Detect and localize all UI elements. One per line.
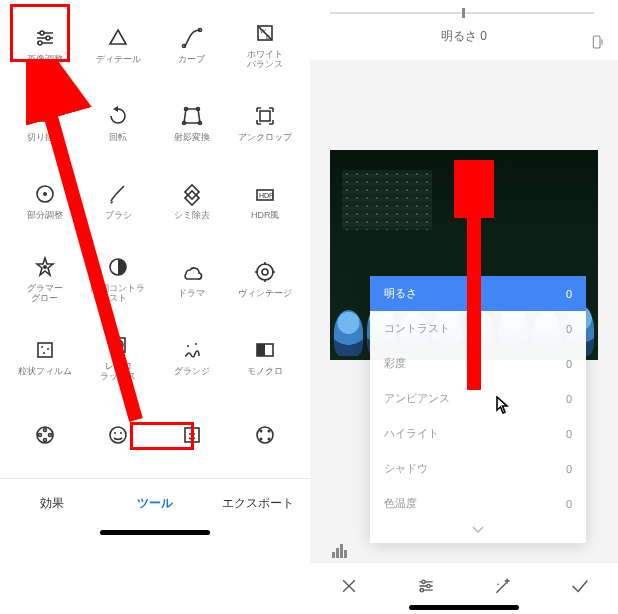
param-brightness[interactable]: 明るさ0 xyxy=(370,276,586,311)
param-value: 0 xyxy=(566,288,572,300)
svg-point-45 xyxy=(268,430,271,433)
tool-label: 回転 xyxy=(109,133,127,143)
rotate-icon xyxy=(105,103,131,129)
tool-crop[interactable]: 切り抜き xyxy=(8,84,82,162)
svg-point-43 xyxy=(193,433,195,435)
param-saturation[interactable]: 彩度0 xyxy=(370,346,586,381)
svg-rect-23 xyxy=(38,343,52,357)
glamour-glow-icon xyxy=(32,254,58,280)
svg-point-25 xyxy=(47,348,49,350)
tool-film-reel[interactable] xyxy=(8,396,82,474)
tool-label: グラマー グロー xyxy=(27,284,63,304)
tool-expand[interactable]: アンクロップ xyxy=(229,84,303,162)
tool-brush[interactable]: ブラシ xyxy=(82,162,156,240)
svg-point-36 xyxy=(38,434,41,437)
tool-retrolux[interactable]: レトロ ラックス xyxy=(82,318,156,396)
param-label: シャドウ xyxy=(384,461,428,476)
param-warmth[interactable]: 色温度0 xyxy=(370,486,586,521)
tool-label: ヴィンテージ xyxy=(238,289,292,299)
svg-point-26 xyxy=(43,352,45,354)
grainy-film-icon xyxy=(32,337,58,363)
tool-label: モノクロ xyxy=(247,367,283,377)
svg-point-54 xyxy=(497,584,499,586)
tool-label: カーブ xyxy=(178,55,205,65)
white-balance-icon: WB xyxy=(252,20,278,46)
tool-tonal-contrast[interactable]: 階調コントラ スト xyxy=(82,240,156,318)
svg-rect-12 xyxy=(260,111,270,121)
orientation-icon[interactable] xyxy=(590,34,606,53)
selective-icon xyxy=(32,181,58,207)
perspective-icon xyxy=(179,103,205,129)
tool-label: 切り抜き xyxy=(27,133,63,143)
tool-glamour-glow[interactable]: グラマー グロー xyxy=(8,240,82,318)
tab-export[interactable]: エクスポート xyxy=(207,489,310,518)
tool-face-box[interactable] xyxy=(155,396,229,474)
tool-grid: 画像調整ディテールカーブWBホワイト バランス切り抜き回転射影変換アンクロップ部… xyxy=(0,0,310,474)
tool-dots[interactable] xyxy=(229,396,303,474)
tool-face[interactable] xyxy=(82,396,156,474)
tool-white-balance[interactable]: WBホワイト バランス xyxy=(229,6,303,84)
tool-label: 階調コントラ スト xyxy=(91,284,145,304)
value-slider[interactable] xyxy=(330,12,594,14)
param-label: コントラスト xyxy=(384,321,450,336)
svg-text:B: B xyxy=(266,34,270,40)
tool-grunge[interactable]: グランジ xyxy=(155,318,229,396)
svg-point-0 xyxy=(40,31,44,35)
svg-text:HDR: HDR xyxy=(259,192,274,199)
tool-label: 部分調整 xyxy=(27,211,63,221)
tool-label: グランジ xyxy=(174,367,210,377)
tool-bw[interactable]: モノクロ xyxy=(229,318,303,396)
tool-label: 粒状フィルム xyxy=(18,367,72,377)
svg-point-33 xyxy=(37,427,53,443)
svg-point-42 xyxy=(189,433,191,435)
svg-point-48 xyxy=(257,427,273,443)
face-icon xyxy=(105,422,131,448)
tool-hdr[interactable]: HDRHDR風 xyxy=(229,162,303,240)
tool-perspective[interactable]: 射影変換 xyxy=(155,84,229,162)
apply-button[interactable] xyxy=(560,575,600,602)
panel-expand-icon[interactable] xyxy=(370,521,586,543)
svg-point-53 xyxy=(420,589,423,592)
tab-tools[interactable]: ツール xyxy=(103,489,206,518)
param-label: 明るさ xyxy=(384,286,417,301)
healing-icon xyxy=(179,181,205,207)
tool-selective[interactable]: 部分調整 xyxy=(8,162,82,240)
editor-top-bar: 明るさ 0 xyxy=(310,0,618,60)
adjust-button[interactable] xyxy=(406,576,446,601)
param-label: アンビアンス xyxy=(384,391,450,406)
param-highlights[interactable]: ハイライト0 xyxy=(370,416,586,451)
tool-rotate[interactable]: 回転 xyxy=(82,84,156,162)
tool-grainy-film[interactable]: 粒状フィルム xyxy=(8,318,82,396)
param-ambiance[interactable]: アンビアンス0 xyxy=(370,381,586,416)
dots-icon xyxy=(252,422,278,448)
svg-point-46 xyxy=(260,438,263,441)
readout-label: 明るさ xyxy=(441,29,477,43)
film-reel-icon xyxy=(32,422,58,448)
tool-label: アンクロップ xyxy=(238,133,292,143)
auto-button[interactable] xyxy=(483,576,523,601)
tool-label: ドラマ xyxy=(178,289,205,299)
tool-tune-image[interactable]: 画像調整 xyxy=(8,6,82,84)
readout-value: 0 xyxy=(480,29,487,43)
tool-drama[interactable]: ドラマ xyxy=(155,240,229,318)
svg-rect-50 xyxy=(593,36,600,48)
face-box-icon xyxy=(179,422,205,448)
tab-styles[interactable]: 効果 xyxy=(0,489,103,518)
svg-point-52 xyxy=(426,584,429,587)
cancel-button[interactable] xyxy=(329,576,369,601)
svg-point-37 xyxy=(48,434,51,437)
param-shadows[interactable]: シャドウ0 xyxy=(370,451,586,486)
phone-screen-tools: 画像調整ディテールカーブWBホワイト バランス切り抜き回転射影変換アンクロップ部… xyxy=(0,0,310,614)
tool-curves[interactable]: カーブ xyxy=(155,6,229,84)
retrolux-icon xyxy=(105,332,131,358)
curves-icon xyxy=(179,25,205,51)
tool-vintage[interactable]: ヴィンテージ xyxy=(229,240,303,318)
tool-details[interactable]: ディテール xyxy=(82,6,156,84)
param-panel: 明るさ0コントラスト0彩度0アンビアンス0ハイライト0シャドウ0色温度0 xyxy=(370,276,586,543)
tool-healing[interactable]: シミ除去 xyxy=(155,162,229,240)
histogram-icon[interactable] xyxy=(332,544,347,558)
svg-rect-41 xyxy=(185,428,199,442)
svg-point-40 xyxy=(120,432,122,434)
param-contrast[interactable]: コントラスト0 xyxy=(370,311,586,346)
svg-point-35 xyxy=(43,439,46,442)
